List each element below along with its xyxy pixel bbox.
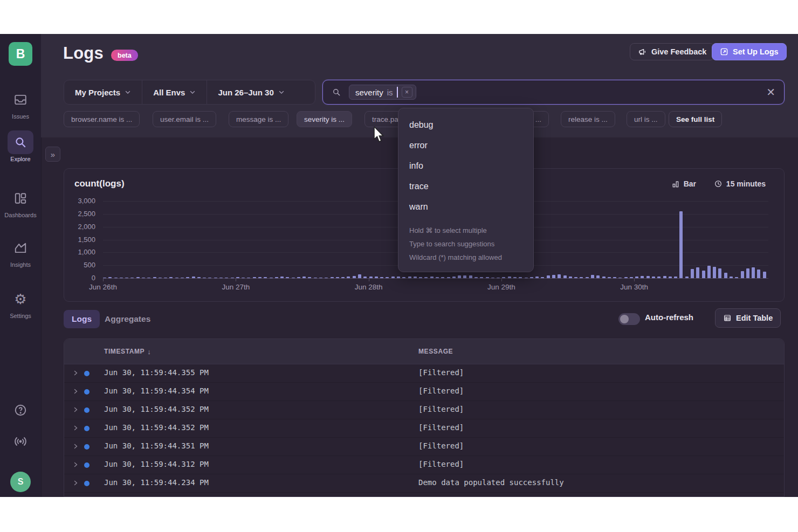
expand-chevron-icon[interactable] xyxy=(72,461,79,468)
chart-bar xyxy=(147,278,150,279)
sidebar-item-issues[interactable]: Issues xyxy=(0,88,41,120)
tab-aggregates[interactable]: Aggregates xyxy=(100,310,155,328)
environment-filter-dropdown[interactable]: All Envs xyxy=(142,80,207,104)
app-window: B Issues Explore xyxy=(0,34,798,497)
token-remove-icon[interactable]: × xyxy=(402,87,412,98)
set-up-logs-button[interactable]: Set Up Logs xyxy=(712,43,787,60)
sidebar-item-settings[interactable]: ⚙ Settings xyxy=(0,287,41,319)
chart-bar xyxy=(508,277,511,278)
expand-chevron-icon[interactable] xyxy=(72,479,79,487)
sidebar-collapse-button[interactable]: » xyxy=(45,147,60,162)
search-icon xyxy=(8,130,33,154)
expand-chevron-icon[interactable] xyxy=(72,388,79,395)
chart-bar xyxy=(618,278,622,279)
sidebar-item-label: Explore xyxy=(10,156,30,162)
table-row[interactable]: Jun 30, 11:59:44.354 PM[Filtered] xyxy=(64,383,784,401)
y-axis-tick-label: 2,500 xyxy=(64,210,95,218)
chart-bar xyxy=(153,277,156,278)
expand-chevron-icon[interactable] xyxy=(72,406,79,413)
sidebar-item-dashboards[interactable]: Dashboards xyxy=(0,186,41,218)
edit-table-button[interactable]: Edit Table xyxy=(715,308,781,328)
chart-bar xyxy=(541,277,544,278)
x-axis-tick-label: Jun 27th xyxy=(209,283,263,291)
chart-bar xyxy=(763,272,766,278)
sidebar-item-explore[interactable]: Explore xyxy=(0,130,41,162)
expand-chevron-icon[interactable] xyxy=(72,369,79,377)
chart-bar xyxy=(341,277,345,278)
clock-icon xyxy=(714,179,723,188)
table-row[interactable]: Jun 30, 11:59:44.352 PM[Filtered] xyxy=(64,419,784,438)
filter-chip[interactable]: browser.name is ... xyxy=(64,111,140,127)
filter-chip[interactable]: url is ... xyxy=(627,111,665,127)
y-axis-tick-label: 0 xyxy=(64,274,95,282)
dropdown-option-error[interactable]: error xyxy=(398,135,533,156)
user-avatar[interactable]: S xyxy=(10,472,31,492)
table-row[interactable]: Jun 30, 11:59:44.312 PM[Filtered] xyxy=(64,456,784,474)
chart-bar xyxy=(264,277,267,278)
sidebar-broadcast-button[interactable] xyxy=(0,433,41,450)
chart-bar xyxy=(513,277,517,278)
dropdown-option-warn[interactable]: warn xyxy=(398,197,533,217)
column-header-timestamp[interactable]: TIMESTAMP ↓ xyxy=(104,339,151,364)
chart-bar xyxy=(314,278,317,279)
chart-bar xyxy=(292,278,295,279)
chart-bar xyxy=(391,277,395,278)
expand-chevron-icon[interactable] xyxy=(72,424,79,432)
dropdown-option-debug[interactable]: debug xyxy=(398,115,533,135)
token-key: severity xyxy=(355,88,383,97)
chevron-down-icon xyxy=(189,89,196,95)
x-axis-tick xyxy=(369,279,369,281)
org-logo[interactable]: B xyxy=(9,42,32,66)
filter-chip[interactable]: severity is ... xyxy=(297,111,352,127)
sidebar-help-button[interactable] xyxy=(0,402,41,419)
chart-bar xyxy=(574,277,577,278)
sidebar-item-label: Dashboards xyxy=(4,212,36,218)
tab-logs[interactable]: Logs xyxy=(64,310,100,328)
chart-interval-control[interactable]: 15 minutes xyxy=(714,179,766,188)
table-row[interactable]: Jun 30, 11:59:44.352 PM[Filtered] xyxy=(64,401,784,419)
table-row[interactable]: Jun 30, 11:59:44.351 PM[Filtered] xyxy=(64,438,784,456)
project-filter-dropdown[interactable]: My Projects xyxy=(64,80,142,104)
chart-bar xyxy=(591,275,594,278)
beta-badge: beta xyxy=(111,50,138,61)
chart-type-control[interactable]: Bar xyxy=(672,179,696,188)
page-title: Logs xyxy=(63,44,104,63)
filter-chip[interactable]: message is ... xyxy=(229,111,288,127)
filter-chip[interactable]: release is ... xyxy=(561,111,615,127)
chart-bar xyxy=(125,278,128,279)
chart-bar xyxy=(746,268,749,278)
column-header-message[interactable]: MESSAGE xyxy=(418,339,453,364)
chart-bar xyxy=(114,278,118,279)
chart-bar xyxy=(331,277,334,278)
table-row[interactable]: Jun 30, 11:59:44.234 PMDemo data populat… xyxy=(64,474,784,493)
chart-bar xyxy=(530,277,533,278)
timestamp-header-label: TIMESTAMP xyxy=(104,348,145,355)
expand-chevron-icon[interactable] xyxy=(72,443,79,450)
sidebar-item-insights[interactable]: Insights xyxy=(0,236,41,268)
edit-table-label: Edit Table xyxy=(736,314,773,322)
auto-refresh-toggle[interactable] xyxy=(618,313,640,325)
chart-bar xyxy=(242,278,245,279)
give-feedback-button[interactable]: Give Feedback xyxy=(630,43,714,60)
severity-dot xyxy=(84,481,90,486)
date-range-dropdown[interactable]: Jun 26–Jun 30 xyxy=(207,80,295,104)
table-row[interactable]: Jun 30, 11:59:44.355 PM[Filtered] xyxy=(64,364,784,383)
filter-chip[interactable]: user.email is ... xyxy=(153,111,216,127)
chart-bar xyxy=(447,277,450,278)
dropdown-option-trace[interactable]: trace xyxy=(398,176,533,197)
see-full-list-chip[interactable]: See full list xyxy=(669,111,722,127)
dropdown-option-info[interactable]: info xyxy=(398,156,533,176)
y-axis-tick-label: 3,000 xyxy=(64,197,95,205)
chart-bar xyxy=(718,268,721,278)
log-message: [Filtered] xyxy=(418,386,464,395)
chart-bar xyxy=(258,277,262,278)
search-clear-icon[interactable]: ✕ xyxy=(766,87,775,98)
search-filter-token[interactable]: severity is × xyxy=(349,85,416,100)
chart-bar xyxy=(669,277,672,278)
chart-bar xyxy=(486,277,489,278)
chart-bar xyxy=(353,276,356,278)
table-row[interactable]: Jun 30, 11:59:44.234 PMDemo data populat… xyxy=(64,493,784,497)
chart-bar xyxy=(469,275,472,278)
x-axis-tick xyxy=(103,279,104,281)
search-input[interactable]: severity is × ✕ xyxy=(322,80,785,105)
